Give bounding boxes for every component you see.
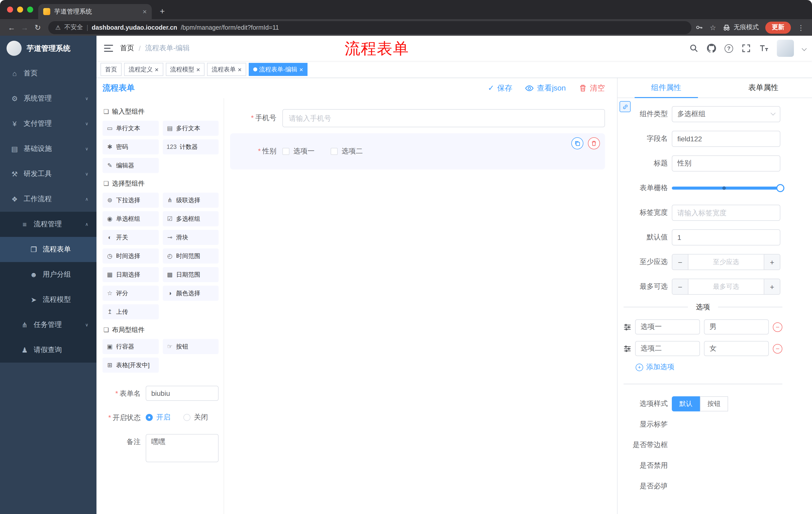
slider-track[interactable]	[672, 187, 780, 190]
gender-checkbox[interactable]: 选项二	[330, 147, 363, 156]
checkbox-icon[interactable]	[282, 148, 289, 155]
palette-component[interactable]: ◑ 颜色选择	[163, 286, 219, 301]
palette-component[interactable]: ☑ 多选框组	[163, 211, 219, 226]
palette-component[interactable]: ◴ 时间范围	[163, 248, 219, 264]
palette-component[interactable]: ⊚ 下拉选择	[103, 193, 158, 208]
view-json-button[interactable]: 查看json	[525, 83, 566, 93]
option-style-button[interactable]: 默认	[672, 396, 700, 411]
tab-close-icon[interactable]: ×	[143, 7, 147, 16]
help-icon[interactable]: ?	[725, 44, 733, 53]
status-radio[interactable]: 开启	[146, 413, 170, 422]
min-select-value[interactable]: 至少应选	[688, 254, 764, 270]
browser-update-button[interactable]: 更新	[765, 21, 791, 33]
decrease-button[interactable]: −	[672, 279, 688, 294]
palette-component[interactable]: 123 计数器	[163, 139, 219, 154]
field-name-input[interactable]	[672, 131, 780, 147]
form-grid-slider[interactable]	[672, 180, 780, 196]
increase-button[interactable]: +	[764, 254, 780, 270]
tags-view-tab[interactable]: 流程表单-编辑 ×	[249, 63, 308, 76]
option-style-button[interactable]: 按钮	[700, 396, 728, 411]
tag-close-icon[interactable]: ×	[155, 66, 158, 73]
sidebar-menu-item[interactable]: ⚙ 系统管理 ∨	[0, 86, 96, 111]
title-input[interactable]	[672, 155, 780, 171]
form-name-input[interactable]	[146, 386, 219, 401]
sidebar-menu-item[interactable]: ≡ 流程管理 ∧	[0, 212, 96, 237]
sidebar-menu-item[interactable]: ❖ 工作流程 ∧	[0, 187, 96, 212]
label-width-input[interactable]	[672, 205, 780, 221]
palette-component[interactable]: ⊞ 表格[开发中]	[103, 358, 158, 373]
sidebar-menu-item[interactable]: ➤ 流程模型	[0, 287, 96, 312]
sidebar-menu-item[interactable]: ☻ 用户分组	[0, 262, 96, 287]
slider-handle[interactable]	[776, 184, 784, 192]
gender-checkbox[interactable]: 选项一	[282, 147, 315, 156]
clear-button[interactable]: 清空	[579, 83, 605, 93]
hamburger-icon[interactable]	[104, 45, 113, 52]
properties-tab[interactable]: 组件属性	[617, 78, 715, 98]
forward-icon[interactable]: →	[18, 23, 31, 32]
browser-tab[interactable]: 芋道管理系统 ×	[38, 4, 152, 19]
tags-view-tab[interactable]: 流程定义 ×	[124, 63, 163, 76]
palette-component[interactable]: ▦ 日期选择	[103, 267, 158, 282]
sidebar-menu-item[interactable]: ⋔ 任务管理 ∨	[0, 312, 96, 337]
tags-view-tab[interactable]: 流程模型 ×	[166, 63, 204, 76]
window-close-button[interactable]	[7, 6, 13, 12]
reload-icon[interactable]: ↻	[31, 23, 44, 32]
palette-component[interactable]: ◐ 开关	[103, 230, 158, 245]
tags-view-tab[interactable]: 流程表单 ×	[207, 63, 246, 76]
palette-component[interactable]: ◷ 时间选择	[103, 248, 158, 264]
palette-component[interactable]: ✱ 密码	[103, 139, 158, 154]
save-button[interactable]: ✓ 保存	[488, 83, 512, 93]
search-icon[interactable]	[689, 44, 698, 53]
option-value-input[interactable]	[704, 341, 769, 356]
properties-tab[interactable]: 表单属性	[715, 78, 812, 98]
palette-component[interactable]: ▩ 日期范围	[163, 267, 219, 282]
option-label-input[interactable]	[635, 341, 700, 356]
drag-handle-icon[interactable]	[624, 345, 631, 352]
sidebar-logo[interactable]: 芋道管理系统	[0, 36, 96, 61]
sidebar-menu-item[interactable]: ♟ 请假查询	[0, 337, 96, 362]
user-avatar[interactable]	[777, 40, 794, 57]
option-value-input[interactable]	[704, 319, 769, 334]
palette-component[interactable]: ▣ 行容器	[103, 339, 158, 354]
palette-component[interactable]: ↥ 上传	[103, 304, 158, 319]
default-value-input[interactable]	[672, 229, 780, 245]
key-icon[interactable]	[696, 24, 703, 31]
sidebar-menu-item[interactable]: ⚒ 研发工具 ∨	[0, 161, 96, 187]
palette-component[interactable]: ✎ 编辑器	[103, 158, 158, 173]
tag-close-icon[interactable]: ×	[196, 66, 200, 73]
avatar-caret-icon[interactable]	[802, 46, 807, 51]
palette-component[interactable]: ▭ 单行文本	[103, 121, 158, 136]
window-minimize-button[interactable]	[17, 6, 23, 12]
sidebar-menu-item[interactable]: ❐ 流程表单	[0, 237, 96, 262]
option-label-input[interactable]	[635, 319, 700, 334]
status-radio[interactable]: 关闭	[183, 413, 208, 422]
tag-close-icon[interactable]: ×	[238, 66, 241, 73]
tag-close-icon[interactable]: ×	[299, 66, 303, 73]
canvas-field-phone[interactable]: *手机号	[230, 109, 605, 127]
phone-input[interactable]	[282, 109, 605, 127]
palette-component[interactable]: ☞ 按钮	[163, 339, 219, 354]
max-select-value[interactable]: 最多可选	[688, 279, 764, 294]
delete-component-button[interactable]	[588, 137, 600, 150]
font-size-icon[interactable]	[759, 44, 768, 53]
sidebar-menu-item[interactable]: ⌂ 首页	[0, 61, 96, 86]
add-option-button[interactable]: + 添加选项	[636, 362, 780, 372]
decrease-button[interactable]: −	[672, 254, 688, 270]
new-tab-button[interactable]: +	[156, 5, 169, 18]
palette-component[interactable]: ☆ 评分	[103, 286, 158, 301]
palette-component[interactable]: ⊸ 滑块	[163, 230, 219, 245]
form-remark-textarea[interactable]: 嘿嘿	[146, 434, 219, 462]
palette-component[interactable]: ▤ 多行文本	[163, 121, 219, 136]
github-icon[interactable]	[707, 44, 716, 53]
back-icon[interactable]: ←	[5, 23, 18, 32]
palette-component[interactable]: ◉ 单选框组	[103, 211, 158, 226]
remove-option-button[interactable]: −	[773, 322, 782, 332]
increase-button[interactable]: +	[764, 279, 780, 294]
sidebar-menu-item[interactable]: ▤ 基础设施 ∨	[0, 136, 96, 161]
sidebar-menu-item[interactable]: ¥ 支付管理 ∨	[0, 111, 96, 136]
fullscreen-icon[interactable]	[742, 44, 751, 53]
checkbox-icon[interactable]	[330, 148, 338, 155]
bookmark-star-icon[interactable]: ☆	[710, 23, 716, 31]
address-bar[interactable]: ⚠ 不安全 | dashboard.yudao.iocoder.cn/bpm/m…	[48, 21, 692, 34]
copy-component-button[interactable]	[571, 137, 583, 150]
